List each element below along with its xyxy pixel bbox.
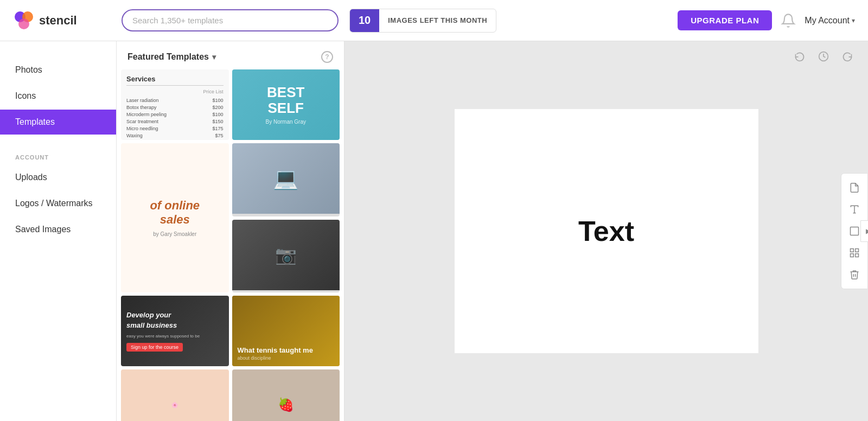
svg-rect-10 <box>856 254 859 257</box>
delete-tool-button[interactable] <box>845 265 864 284</box>
sidebar-item-icons[interactable]: Icons <box>0 84 116 109</box>
template-card-small-biz[interactable]: Develop yoursmall business easy you were… <box>121 296 229 366</box>
sidebar-nav: Photos Icons Templates <box>0 58 116 145</box>
svg-rect-6 <box>851 227 859 235</box>
template-card-tennis[interactable]: What tennis taught me about discipline <box>232 296 340 366</box>
my-account-menu[interactable]: My Account ▾ <box>805 16 855 25</box>
templates-grid: Services Price List Laser radiation$100 … <box>117 69 344 421</box>
template-card-online-sales[interactable]: of onlinesales by Gary Smoakler <box>121 143 229 292</box>
featured-label: Featured Templates <box>127 52 209 62</box>
logo-area: stencil <box>13 10 111 31</box>
topbar: stencil 10 IMAGES LEFT THIS MONTH UPGRAD… <box>0 0 868 41</box>
topbar-right: UPGRADE PLAN My Account ▾ <box>678 10 855 30</box>
account-section-label: ACCOUNT <box>0 145 116 165</box>
search-container <box>122 9 339 31</box>
template-card-services[interactable]: Services Price List Laser radiation$100 … <box>121 69 229 140</box>
sidebar-item-templates[interactable]: Templates <box>0 110 116 135</box>
svg-rect-7 <box>851 249 854 252</box>
images-left-badge: 10 IMAGES LEFT THIS MONTH <box>349 9 496 33</box>
my-account-label: My Account <box>805 16 850 25</box>
featured-chevron-icon: ▾ <box>212 53 216 61</box>
templates-panel: Featured Templates ▾ ? Services Price Li… <box>117 41 344 421</box>
notification-bell-icon[interactable] <box>781 13 796 28</box>
images-count: 10 <box>350 9 379 32</box>
templates-header: Featured Templates ▾ ? <box>117 41 344 69</box>
frame-icon <box>849 226 860 237</box>
help-icon[interactable]: ? <box>321 51 333 63</box>
template-card-strawberry[interactable]: 🍓 <box>232 369 340 421</box>
text-tool-icon <box>849 204 860 215</box>
svg-rect-8 <box>856 249 859 252</box>
canvas-content: Text ▶ <box>344 41 868 421</box>
images-label: IMAGES LEFT THIS MONTH <box>379 16 496 24</box>
template-card-peach[interactable]: 🌸 <box>121 369 229 421</box>
sidebar-item-saved[interactable]: Saved Images <box>0 217 116 242</box>
main-layout: Photos Icons Templates ACCOUNT Uploads L… <box>0 41 868 421</box>
grid-tool-button[interactable] <box>845 243 864 263</box>
template-card-photo-dark[interactable]: 📷 <box>232 220 340 293</box>
canvas-area: Text ▶ <box>344 41 868 421</box>
text-tool-button[interactable] <box>845 200 864 219</box>
collapse-panel-button[interactable]: ▶ <box>860 220 868 242</box>
trash-icon <box>849 269 860 280</box>
featured-dropdown[interactable]: Featured Templates ▾ <box>127 52 216 62</box>
sidebar-item-photos[interactable]: Photos <box>0 58 116 82</box>
upgrade-plan-button[interactable]: UPGRADE PLAN <box>678 10 772 30</box>
svg-point-2 <box>18 18 29 29</box>
template-card-laptop[interactable]: 💻 <box>232 143 340 216</box>
file-icon <box>849 182 860 193</box>
svg-rect-9 <box>851 254 854 257</box>
images-left-area: 10 IMAGES LEFT THIS MONTH <box>349 9 667 33</box>
file-tool-button[interactable] <box>845 178 864 197</box>
templates-masonry: Services Price List Laser radiation$100 … <box>121 69 340 421</box>
canvas-text-preview: Text <box>578 215 634 247</box>
template-search-input[interactable] <box>122 9 339 31</box>
sidebar-item-uploads[interactable]: Uploads <box>0 165 116 190</box>
account-chevron-icon: ▾ <box>852 17 855 24</box>
sidebar: Photos Icons Templates ACCOUNT Uploads L… <box>0 41 117 421</box>
sidebar-account-nav: Uploads Logos / Watermarks Saved Images <box>0 165 116 253</box>
sidebar-item-logos[interactable]: Logos / Watermarks <box>0 191 116 216</box>
stencil-logo-icon <box>13 10 35 31</box>
grid-icon <box>849 247 860 258</box>
template-card-best-self[interactable]: BESTSELF By Norman Gray <box>232 69 340 140</box>
app-name: stencil <box>39 14 77 28</box>
canvas-white[interactable]: Text <box>455 109 758 353</box>
